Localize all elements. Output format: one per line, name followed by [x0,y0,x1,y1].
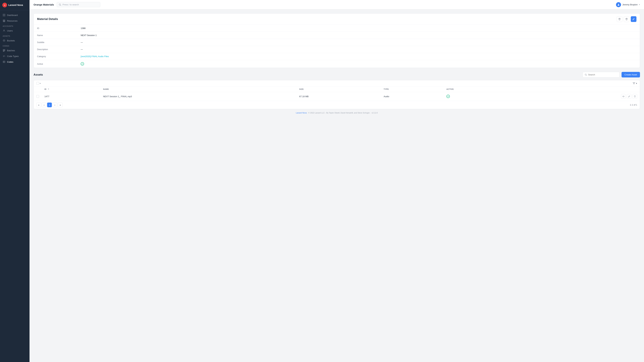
detail-label-subtitle: Subtitle [37,41,81,43]
pagination-page-1[interactable]: 1 [47,103,52,107]
assets-search-bar[interactable] [582,72,620,77]
section-accounts: ACCOUNTS [0,24,30,28]
svg-rect-8 [3,21,5,22]
cell-id: 1477 [42,92,100,101]
assets-title: Assets [34,73,43,76]
select-dropdown-arrow[interactable]: ▾ [40,82,40,84]
sidebar: N Laravel Nova Dashboard [0,0,30,362]
buckets-icon [3,39,5,42]
filter-dropdown-arrow: ▾ [636,82,637,85]
pagination-first[interactable]: « [36,103,41,107]
pagination-range: 1–1 of 1 [630,104,637,106]
assets-search-input[interactable] [588,73,617,76]
svg-rect-5 [4,15,5,16]
logo-icon: N [2,3,7,7]
footer-copyright: © 2022 Laravel LLC - By Taylor Otwell, D… [308,112,370,114]
assets-table: ID NAME SIZE TYPE ACTIVE [34,86,640,101]
material-details-actions [617,16,636,22]
detail-value-name: NEXT Session 1 [81,34,96,36]
sidebar-item-buckets[interactable]: Buckets [0,38,30,43]
assets-section: Assets Create Asset [34,72,640,109]
svg-rect-3 [4,14,5,15]
footer-brand-link[interactable]: Laravel Nova [296,112,307,114]
svg-point-9 [4,30,4,31]
detach-button[interactable] [624,16,630,22]
dashboard-label: Dashboard [7,14,18,16]
section-assets: ASSETS [0,33,30,38]
create-asset-button[interactable]: Create Asset [622,72,640,77]
col-actions [516,86,640,92]
sidebar-item-users[interactable]: Users [0,28,30,33]
codes-icon [3,60,5,63]
table-toolbar: ▾ ▾ [34,80,640,86]
col-size: SIZE [296,86,381,92]
pagination-prev[interactable]: ‹ [42,103,46,107]
svg-text:N: N [4,4,5,6]
sidebar-item-dashboard[interactable]: Dashboard [0,12,30,18]
col-type: TYPE [381,86,444,92]
dashboard-icon [3,14,5,16]
footer-version: v2.12.0 [372,112,378,114]
active-check-icon [81,62,84,65]
search-placeholder: Press / to search [62,3,79,6]
select-all-checkbox[interactable] [36,82,39,85]
sidebar-item-codes[interactable]: Codes [0,59,30,65]
detail-row: Category[next2020] FINAL Audio Files [34,53,640,60]
code-types-icon [3,55,5,57]
search-bar[interactable]: Press / to search [57,2,100,7]
resources-label: Resources [7,19,18,22]
filter-button[interactable]: ▾ [633,82,637,85]
detail-label-description: Description [37,48,81,51]
row-view-button[interactable] [621,94,626,99]
detail-value-description: — [81,48,83,51]
detail-label-id: ID [37,27,81,29]
assets-section-header: Assets Create Asset [34,72,640,77]
delete-button[interactable] [617,16,622,22]
svg-rect-11 [3,49,5,50]
app-logo[interactable]: N Laravel Nova [0,0,30,10]
detail-label-category: Category [37,55,81,58]
svg-rect-4 [3,15,4,16]
main-content: Orange Materials Press / to search Jerem… [30,0,644,362]
sidebar-item-code-types[interactable]: Code Types [0,53,30,59]
svg-point-10 [3,40,5,40]
detail-value-category[interactable]: [next2020] FINAL Audio Files [81,55,109,58]
material-details-card: Material Details [34,13,640,68]
section-codes: CODES [0,43,30,48]
row-edit-button[interactable] [627,94,632,99]
pagination-buttons: « ‹ 1 › » [36,103,62,107]
users-icon [3,29,5,32]
col-name: NAME [100,86,297,92]
table-body: 1477 NEXT Session 1_ FINAL.mp3 67.18 MB … [34,92,640,101]
detail-row: Active [34,60,640,68]
detail-row: ID1388 [34,25,640,32]
cell-active [444,92,516,101]
svg-point-18 [622,96,624,97]
sidebar-item-batches[interactable]: Batches [0,48,30,53]
pagination-last[interactable]: » [58,103,62,107]
detail-value-id: 1388 [81,27,86,29]
col-id[interactable]: ID [42,86,100,92]
svg-rect-6 [3,20,5,20]
sidebar-item-resources[interactable]: Resources [0,18,30,24]
table-head: ID NAME SIZE TYPE ACTIVE [34,86,640,92]
resources-icon [3,19,5,22]
row-checkbox[interactable] [36,95,39,98]
row-active-icon [446,95,450,98]
user-menu[interactable]: Jeremy Brayton ▾ [616,2,640,7]
search-icon [59,3,61,6]
select-all-checkbox-wrap[interactable]: ▾ [36,82,40,85]
batches-icon [3,49,5,52]
detail-rows: ID1388NameNEXT Session 1Subtitle—Descrip… [34,25,640,68]
pagination-next[interactable]: › [52,103,57,107]
svg-rect-13 [3,51,4,51]
edit-button[interactable] [631,16,636,22]
topbar: Orange Materials Press / to search Jerem… [30,0,644,9]
svg-rect-7 [3,21,5,21]
breadcrumb: Orange Materials [34,3,54,6]
cell-size: 67.18 MB [296,92,381,101]
codes-label: Codes [7,61,14,63]
col-active: ACTIVE [444,86,516,92]
row-delete-button[interactable] [632,94,637,99]
footer: Laravel Nova · © 2022 Laravel LLC - By T… [34,109,640,116]
